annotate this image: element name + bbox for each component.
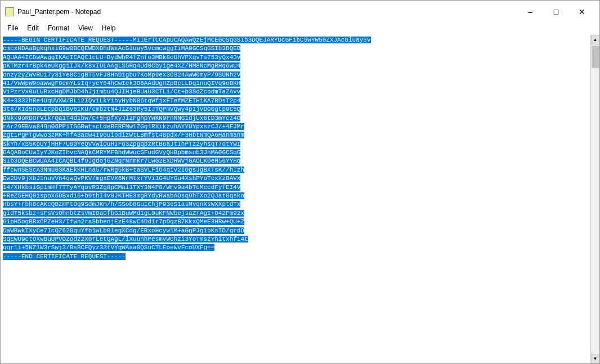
window-controls: – □ ✕ xyxy=(517,4,595,20)
selected-text: -----BEGIN CERTIFICATE REQUEST-----MIIEr… xyxy=(3,37,371,260)
maximize-button[interactable]: □ xyxy=(543,4,569,20)
editor-area: -----BEGIN CERTIFICATE REQUEST-----MIIEr… xyxy=(1,35,599,363)
scroll-down-button[interactable]: ▼ xyxy=(591,354,600,363)
text-editor[interactable]: -----BEGIN CERTIFICATE REQUEST-----MIIEr… xyxy=(1,35,590,363)
minimize-button[interactable]: – xyxy=(517,4,543,20)
app-icon xyxy=(5,7,14,16)
vertical-scrollbar[interactable]: ▲ ▼ xyxy=(590,35,599,363)
menu-bar: File Edit Format View Help xyxy=(1,22,599,35)
scroll-track[interactable] xyxy=(591,68,599,354)
menu-format[interactable]: Format xyxy=(43,22,74,34)
menu-view[interactable]: View xyxy=(74,22,97,34)
scroll-up-button[interactable]: ▲ xyxy=(591,35,600,44)
scroll-thumb[interactable] xyxy=(592,46,599,68)
title-bar: Paul_Panter.pem - Notepad – □ ✕ xyxy=(1,1,599,22)
close-button[interactable]: ✕ xyxy=(569,4,595,20)
menu-edit[interactable]: Edit xyxy=(23,22,43,34)
menu-file[interactable]: File xyxy=(3,22,23,34)
menu-help[interactable]: Help xyxy=(97,22,120,34)
title-bar-left: Paul_Panter.pem - Notepad xyxy=(5,7,101,16)
window-title: Paul_Panter.pem - Notepad xyxy=(17,8,101,16)
notepad-window: Paul_Panter.pem - Notepad – □ ✕ File Edi… xyxy=(0,0,600,364)
